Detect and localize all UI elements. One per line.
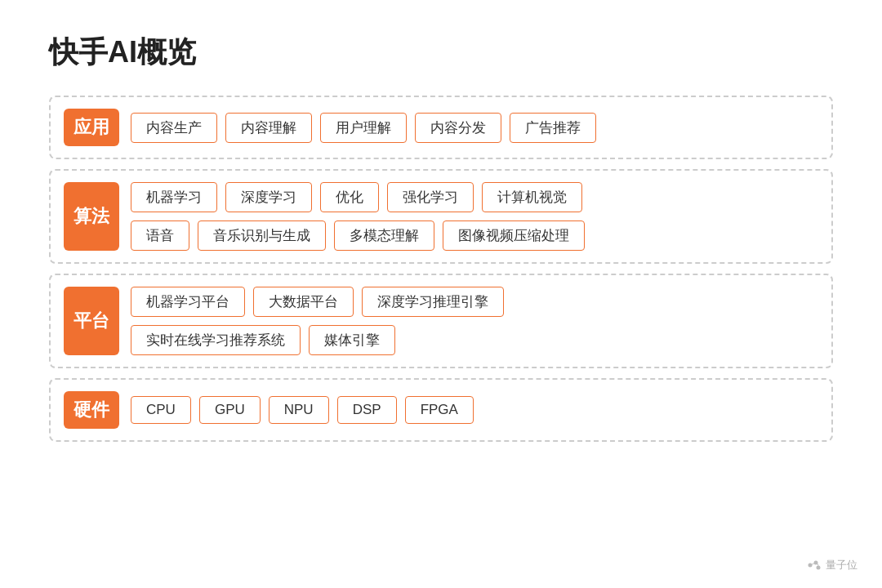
watermark-icon <box>806 557 822 573</box>
label-yingyong: 应用 <box>64 109 119 146</box>
row-pingtai: 平台机器学习平台大数据平台深度学习推理引擎实时在线学习推荐系统媒体引擎 <box>49 274 833 368</box>
svg-point-1 <box>814 561 818 565</box>
label-yingjian: 硬件 <box>64 391 119 429</box>
items-yingjian-line0: CPUGPUNPUDSPFPGA <box>131 396 818 424</box>
item-tag: 深度学习推理引擎 <box>362 287 504 317</box>
item-tag: 音乐识别与生成 <box>198 220 326 251</box>
label-suanfa: 算法 <box>64 182 119 251</box>
item-tag: 媒体引擎 <box>309 325 395 355</box>
item-tag: 图像视频压缩处理 <box>443 220 585 251</box>
svg-line-3 <box>812 564 814 564</box>
item-tag: 内容生产 <box>131 113 217 143</box>
items-suanfa-line0: 机器学习深度学习优化强化学习计算机视觉 <box>131 182 818 212</box>
row-suanfa: 算法机器学习深度学习优化强化学习计算机视觉语音音乐识别与生成多模态理解图像视频压… <box>49 169 833 264</box>
items-pingtai-line1: 实时在线学习推荐系统媒体引擎 <box>131 325 818 355</box>
svg-point-2 <box>817 566 821 570</box>
item-tag: 计算机视觉 <box>482 182 582 212</box>
label-pingtai: 平台 <box>64 287 119 355</box>
item-tag: DSP <box>337 396 397 424</box>
content-suanfa: 机器学习深度学习优化强化学习计算机视觉语音音乐识别与生成多模态理解图像视频压缩处… <box>131 182 818 251</box>
item-tag: FPGA <box>405 396 474 424</box>
item-tag: 深度学习 <box>225 182 312 212</box>
item-tag: 广告推荐 <box>510 113 596 143</box>
item-tag: NPU <box>269 396 329 424</box>
item-tag: 机器学习 <box>131 182 217 212</box>
item-tag: 实时在线学习推荐系统 <box>131 325 301 355</box>
item-tag: 内容理解 <box>225 113 312 143</box>
watermark: 量子位 <box>806 557 858 573</box>
item-tag: 用户理解 <box>320 113 407 143</box>
svg-point-0 <box>808 564 813 568</box>
items-yingyong-line0: 内容生产内容理解用户理解内容分发广告推荐 <box>131 113 818 143</box>
diagram-container: 应用内容生产内容理解用户理解内容分发广告推荐算法机器学习深度学习优化强化学习计算… <box>49 96 833 555</box>
item-tag: 机器学习平台 <box>131 287 245 317</box>
item-tag: 语音 <box>131 220 189 251</box>
page-title: 快手AI概览 <box>49 33 833 73</box>
item-tag: GPU <box>199 396 261 424</box>
content-yingjian: CPUGPUNPUDSPFPGA <box>131 396 818 424</box>
row-yingjian: 硬件CPUGPUNPUDSPFPGA <box>49 378 833 442</box>
row-yingyong: 应用内容生产内容理解用户理解内容分发广告推荐 <box>49 96 833 159</box>
item-tag: 多模态理解 <box>334 220 434 251</box>
item-tag: 内容分发 <box>415 113 501 143</box>
item-tag: 优化 <box>320 182 379 212</box>
items-pingtai-line0: 机器学习平台大数据平台深度学习推理引擎 <box>131 287 818 317</box>
items-suanfa-line1: 语音音乐识别与生成多模态理解图像视频压缩处理 <box>131 220 818 251</box>
item-tag: 大数据平台 <box>253 287 354 317</box>
content-pingtai: 机器学习平台大数据平台深度学习推理引擎实时在线学习推荐系统媒体引擎 <box>131 287 818 355</box>
item-tag: CPU <box>131 396 191 424</box>
svg-line-4 <box>817 564 818 566</box>
content-yingyong: 内容生产内容理解用户理解内容分发广告推荐 <box>131 113 818 143</box>
item-tag: 强化学习 <box>387 182 474 212</box>
watermark-text: 量子位 <box>826 558 858 572</box>
